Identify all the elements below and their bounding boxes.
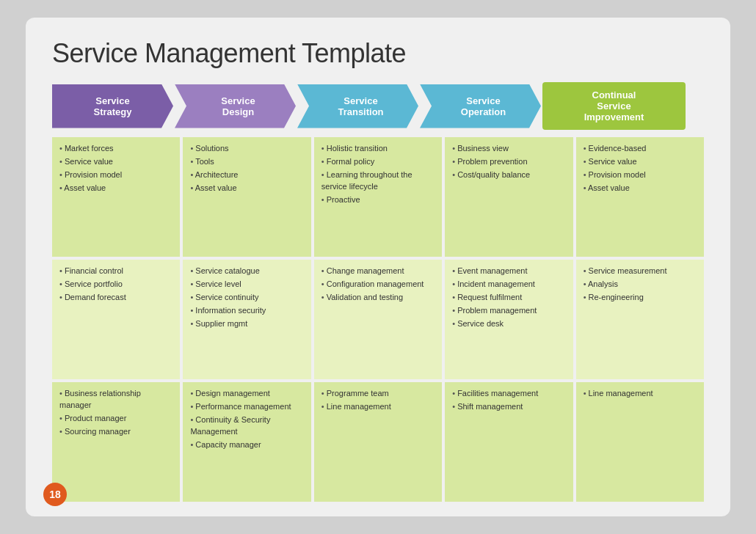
cell-r0-c0: Market forcesService valueProvision mode… bbox=[52, 137, 180, 257]
cell-r1-c0: Financial controlService portfolioDemand… bbox=[52, 260, 180, 379]
header-row: ServiceStrategyServiceDesignServiceTrans… bbox=[52, 82, 704, 130]
list-item: Solutions bbox=[190, 143, 303, 155]
list-item: Proactive bbox=[321, 194, 435, 206]
list-item: Request fulfilment bbox=[452, 292, 565, 304]
cell-r1-c2: Change managementConfiguration managemen… bbox=[314, 260, 442, 379]
list-item: Service level bbox=[190, 279, 303, 290]
arrow-header-col2: ServiceDesign bbox=[175, 84, 296, 128]
list-item: Business view bbox=[452, 143, 565, 155]
list-item: Validation and testing bbox=[321, 292, 435, 304]
grid-row-0: Market forcesService valueProvision mode… bbox=[52, 137, 704, 257]
list-item: Provision model bbox=[584, 169, 697, 181]
list-item: Shift management bbox=[452, 401, 565, 413]
list-item: Holistic transition bbox=[321, 143, 435, 155]
list-item: Market forces bbox=[59, 143, 172, 155]
cell-r0-c4: Evidence-basedService valueProvision mod… bbox=[576, 137, 704, 257]
list-item: Facilities management bbox=[452, 388, 565, 400]
cell-r1-c3: Event managementIncident managementReque… bbox=[445, 260, 573, 379]
list-item: Line management bbox=[321, 401, 435, 413]
arrow-header-col3: ServiceTransition bbox=[297, 84, 418, 128]
list-item: Provision model bbox=[59, 169, 172, 181]
cell-r2-c1: Design managementPerformance managementC… bbox=[183, 382, 310, 502]
list-item: Service value bbox=[59, 156, 172, 168]
list-item: Formal policy bbox=[321, 156, 435, 168]
grid-row-2: Business relationship managerProduct man… bbox=[52, 382, 704, 502]
list-item: Tools bbox=[190, 156, 303, 168]
list-item: Sourcing manager bbox=[59, 426, 172, 438]
grid-container: Market forcesService valueProvision mode… bbox=[52, 137, 704, 502]
list-item: Problem management bbox=[452, 305, 565, 317]
slide: Service Management Template ServiceStrat… bbox=[26, 18, 730, 516]
list-item: Continuity & Security Management bbox=[190, 414, 303, 438]
list-item: Re-engineering bbox=[584, 292, 697, 304]
list-item: Evidence-based bbox=[584, 143, 697, 155]
cell-r2-c2: Programme teamLine management bbox=[314, 382, 442, 502]
list-item: Service measurement bbox=[584, 266, 697, 277]
list-item: Financial control bbox=[59, 266, 172, 277]
cell-r2-c3: Facilities managementShift management bbox=[445, 382, 573, 502]
list-item: Asset value bbox=[584, 183, 697, 194]
page-number: 18 bbox=[43, 483, 67, 506]
arrow-header-col1: ServiceStrategy bbox=[52, 84, 173, 128]
cell-r2-c4: Line management bbox=[576, 382, 704, 502]
list-item: Information security bbox=[190, 305, 303, 317]
list-item: Asset value bbox=[59, 183, 172, 194]
arrow-header-col5: ContinualServiceImprovement bbox=[542, 82, 686, 130]
cell-r2-c0: Business relationship managerProduct man… bbox=[52, 382, 180, 502]
list-item: Demand forecast bbox=[59, 292, 172, 304]
list-item: Service value bbox=[584, 156, 697, 168]
list-item: Analysis bbox=[584, 279, 697, 290]
cell-r1-c1: Service catalogueService levelService co… bbox=[183, 260, 310, 379]
list-item: Programme team bbox=[321, 388, 435, 400]
cell-r0-c1: SolutionsToolsArchitectureAsset value bbox=[183, 137, 310, 257]
list-item: Business relationship manager bbox=[59, 388, 172, 412]
list-item: Design management bbox=[190, 388, 303, 400]
list-item: Service catalogue bbox=[190, 266, 303, 277]
cell-r0-c2: Holistic transitionFormal policyLearning… bbox=[314, 137, 442, 257]
list-item: Configuration management bbox=[321, 279, 435, 290]
cell-r0-c3: Business viewProblem preventionCost/qual… bbox=[445, 137, 573, 257]
arrow-header-col4: ServiceOperation bbox=[420, 84, 541, 128]
list-item: Incident management bbox=[452, 279, 565, 290]
list-item: Change management bbox=[321, 266, 435, 277]
list-item: Event management bbox=[452, 266, 565, 277]
list-item: Capacity manager bbox=[190, 439, 303, 451]
list-item: Architecture bbox=[190, 169, 303, 181]
list-item: Asset value bbox=[190, 183, 303, 194]
grid-row-1: Financial controlService portfolioDemand… bbox=[52, 260, 704, 379]
list-item: Supplier mgmt bbox=[190, 318, 303, 330]
list-item: Service continuity bbox=[190, 292, 303, 304]
list-item: Cost/quality balance bbox=[452, 169, 565, 181]
list-item: Service portfolio bbox=[59, 279, 172, 290]
slide-title: Service Management Template bbox=[52, 38, 704, 69]
cell-r1-c4: Service measurementAnalysisRe-engineerin… bbox=[576, 260, 704, 379]
list-item: Service desk bbox=[452, 318, 565, 330]
list-item: Problem prevention bbox=[452, 156, 565, 168]
list-item: Performance management bbox=[190, 401, 303, 413]
list-item: Line management bbox=[584, 388, 697, 400]
list-item: Product manager bbox=[59, 413, 172, 425]
list-item: Learning throughout the service lifecycl… bbox=[321, 169, 435, 193]
